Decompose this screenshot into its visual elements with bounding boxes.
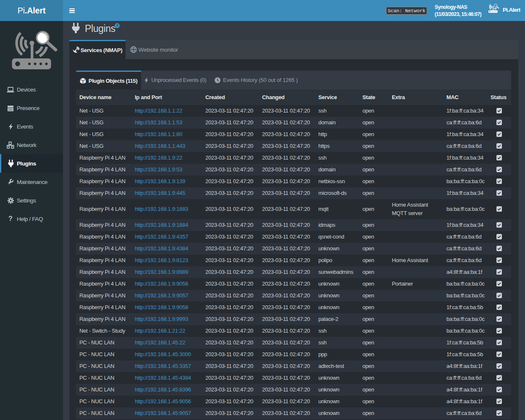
svg-text:?: ? <box>116 24 118 28</box>
